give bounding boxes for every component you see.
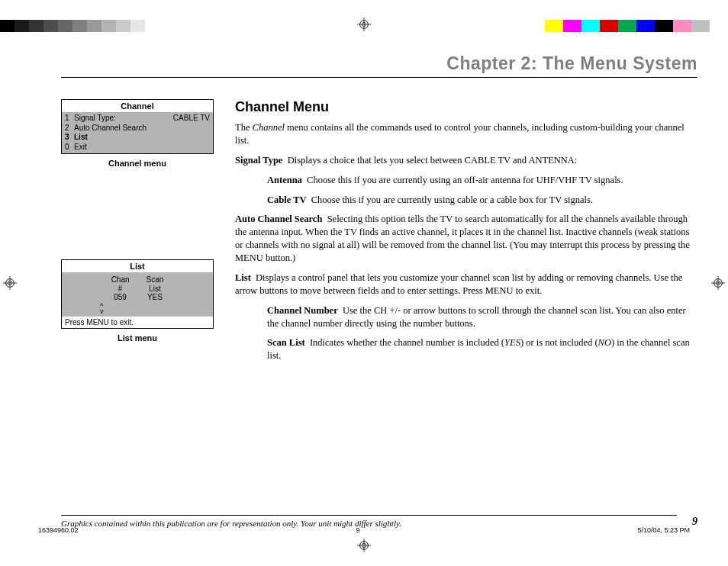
swatch	[145, 20, 159, 32]
swatch	[58, 20, 72, 32]
swatch	[691, 20, 710, 32]
swatch	[130, 20, 145, 32]
list-chan-header2: #	[111, 285, 130, 294]
text-italic-yes: YES	[504, 337, 520, 348]
page-number: 9	[692, 516, 697, 528]
text: Choose this if you are currently using a…	[307, 175, 623, 185]
sidebar: Channel 1Signal Type:CABLE TV2Auto Chann…	[61, 99, 214, 369]
intro-paragraph: The Channel menu contains all the comman…	[235, 121, 697, 147]
channel-menu-box: Channel 1Signal Type:CABLE TV2Auto Chann…	[61, 99, 214, 154]
term-scan-list: Scan List	[267, 337, 305, 348]
swatch	[101, 20, 116, 32]
channel-menu-title: Channel	[62, 100, 213, 112]
registration-mark-icon	[357, 18, 371, 31]
chapter-title: Chapter 2: The Menu System	[61, 53, 697, 78]
list-menu-body: Chan # 059 Scan List YES ^ v	[62, 272, 213, 317]
swatch	[116, 20, 130, 32]
swatch	[655, 20, 673, 32]
menu-row-label: Auto Channel Search	[74, 124, 210, 133]
registration-mark-icon	[357, 539, 371, 552]
main-text: Channel Menu The Channel menu contains a…	[235, 99, 697, 369]
doc-id: 16394960.02	[38, 526, 79, 534]
text: Indicates whether the channel number is …	[310, 337, 504, 348]
channel-menu-body: 1Signal Type:CABLE TV2Auto Channel Searc…	[62, 112, 213, 153]
swatch	[600, 20, 618, 32]
registration-mark-icon	[3, 276, 17, 290]
menu-row: 1Signal Type:CABLE TV	[65, 114, 210, 124]
text: Displays a choice that lets you select b…	[288, 155, 578, 166]
scan-list-paragraph: Scan List Indicates whether the channel …	[267, 336, 697, 362]
list-col-scan: Scan List YES	[147, 275, 164, 302]
list-paragraph: List Displays a control panel that lets …	[235, 272, 697, 297]
menu-row-value: CABLE TV	[173, 114, 210, 124]
list-menu-caption: List menu	[61, 333, 214, 342]
text-italic-no: NO	[598, 337, 611, 348]
term-channel-number: Channel Number	[267, 305, 338, 316]
swatch	[72, 20, 87, 32]
swatch	[14, 20, 29, 32]
text-italic: Channel	[253, 122, 285, 133]
swatch	[545, 20, 563, 32]
swatch	[0, 20, 14, 32]
term-auto-channel-search: Auto Channel Search	[235, 214, 322, 224]
text: ) or is not included (	[520, 337, 598, 348]
list-col-chan: Chan # 059	[111, 275, 130, 302]
antenna-paragraph: Antenna Choose this if you are currently…	[267, 174, 697, 187]
swatch	[618, 20, 636, 32]
channel-menu-caption: Channel menu	[61, 159, 214, 168]
arrow-up-icon: ^	[100, 304, 208, 310]
text: The	[235, 122, 253, 133]
swatch	[673, 20, 691, 32]
list-chan-header1: Chan	[111, 275, 130, 285]
list-arrows: ^ v	[66, 304, 208, 315]
signal-type-paragraph: Signal Type Displays a choice that lets …	[235, 154, 697, 167]
arrow-down-icon: v	[100, 309, 208, 315]
list-scan-value: YES	[147, 293, 164, 302]
print-metadata: 16394960.02 9 5/10/04, 5:23 PM	[38, 526, 690, 534]
menu-row-num: 3	[65, 133, 74, 143]
meta-timestamp: 5/10/04, 5:23 PM	[637, 526, 690, 534]
list-menu-box: List Chan # 059 Scan List YES	[61, 259, 214, 329]
list-scan-header2: List	[147, 285, 164, 294]
auto-search-paragraph: Auto Channel Search Selecting this optio…	[235, 213, 697, 265]
channel-number-paragraph: Channel Number Use the CH +/- or arrow b…	[267, 304, 697, 330]
term-antenna: Antenna	[267, 175, 302, 185]
menu-row-label: Exit	[74, 143, 210, 153]
menu-row-num: 2	[65, 124, 74, 133]
menu-row-num: 1	[65, 114, 74, 124]
text: menu contains all the commands used to c…	[235, 122, 685, 146]
menu-row-label: Signal Type:	[74, 114, 173, 124]
menu-row: 2Auto Channel Search	[65, 124, 210, 133]
list-scan-header1: Scan	[147, 275, 164, 285]
term-signal-type: Signal Type	[235, 155, 282, 166]
meta-page: 9	[356, 526, 360, 534]
cable-tv-paragraph: Cable TV Choose this if you are currentl…	[267, 194, 697, 207]
swatch	[563, 20, 581, 32]
swatch	[581, 20, 600, 32]
menu-row-num: 0	[65, 143, 74, 153]
text: Choose this if you are currently using c…	[311, 195, 593, 205]
registration-mark-icon	[711, 276, 725, 290]
menu-row: 3List	[65, 133, 210, 143]
grayscale-swatches	[0, 20, 159, 32]
swatch	[87, 20, 101, 32]
term-cable-tv: Cable TV	[267, 195, 307, 205]
list-menu-title: List	[62, 260, 213, 272]
list-menu-footer: Press MENU to exit.	[62, 317, 213, 328]
menu-row: 0Exit	[65, 143, 210, 153]
swatch	[43, 20, 58, 32]
text: Displays a control panel that lets you c…	[235, 272, 682, 296]
swatch	[710, 20, 728, 32]
term-list: List	[235, 272, 251, 283]
section-heading: Channel Menu	[235, 99, 697, 115]
menu-row-label: List	[74, 133, 210, 143]
swatch	[636, 20, 655, 32]
color-swatches	[545, 20, 728, 32]
page-content: Chapter 2: The Menu System Channel 1Sign…	[61, 53, 697, 528]
swatch	[29, 20, 43, 32]
list-chan-value: 059	[111, 293, 130, 302]
